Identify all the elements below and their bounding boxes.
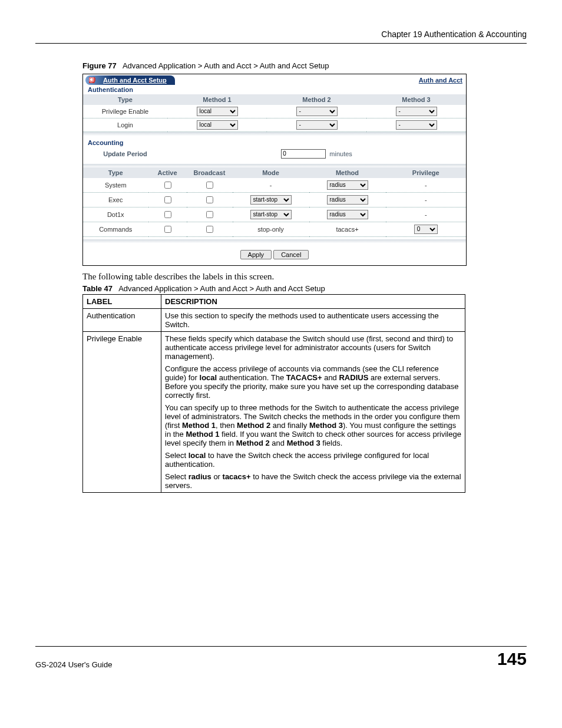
exec-mode-select[interactable]: start-stop	[250, 195, 292, 205]
commands-active-checkbox[interactable]	[164, 226, 171, 233]
desc-header-label: LABEL	[83, 294, 161, 308]
system-broadcast-checkbox[interactable]	[206, 182, 213, 189]
accounting-section-label: Accounting	[83, 136, 466, 147]
apply-button[interactable]: Apply	[240, 250, 272, 259]
auth-and-acct-link[interactable]: Auth and Acct	[419, 77, 462, 84]
dot1x-mode-select[interactable]: start-stop	[250, 210, 292, 219]
desc-row-authentication: Authentication Use this section to speci…	[83, 308, 465, 331]
acct-row-label: Exec	[83, 192, 148, 207]
title-bar: Auth and Acct Setup Auth and Acct	[83, 74, 466, 85]
accounting-table: Type Active Broadcast Mode Method Privil…	[83, 167, 466, 237]
authentication-section-label: Authentication	[83, 85, 466, 94]
table-caption: Table 47 Advanced Application > Auth and…	[82, 284, 527, 293]
commands-privilege-select[interactable]: 0	[414, 225, 438, 234]
acct-header-active: Active	[148, 167, 187, 178]
commands-mode-text: stop-only	[233, 222, 309, 236]
description-table: LABEL DESCRIPTION Authentication Use thi…	[82, 294, 465, 493]
page-footer: GS-2024 User's Guide 145	[35, 646, 527, 669]
acct-row-dot1x: Dot1x start-stop radius -	[83, 207, 466, 222]
table-number: Table 47	[82, 284, 113, 293]
desc-text: These fields specify which database the …	[161, 331, 465, 492]
login-method1-select[interactable]: local	[197, 120, 238, 130]
auth-header-row: Type Method 1 Method 2 Method 3	[83, 94, 466, 105]
auth-header-method2: Method 2	[267, 94, 366, 105]
privilege-enable-method1-select[interactable]: local	[197, 107, 238, 116]
update-period-table: Update Period minutes	[83, 147, 466, 160]
privilege-enable-method3-select[interactable]: -	[396, 107, 437, 116]
acct-header-method: Method	[309, 167, 386, 178]
update-period-row: Update Period minutes	[83, 147, 466, 160]
chapter-header: Chapter 19 Authentication & Accounting	[35, 29, 527, 39]
auth-header-type: Type	[83, 94, 167, 105]
desc-text: Use this section to specify the methods …	[161, 308, 465, 331]
system-privilege-text: -	[386, 178, 467, 193]
table-text: Advanced Application > Auth and Acct > A…	[118, 284, 325, 293]
figure-number: Figure 77	[82, 61, 117, 70]
acct-row-label: System	[83, 178, 148, 193]
exec-privilege-text: -	[386, 192, 467, 207]
desc-label: Authentication	[83, 308, 161, 331]
exec-method-select[interactable]: radius	[327, 195, 368, 205]
auth-header-method1: Method 1	[167, 94, 267, 105]
system-mode-text: -	[233, 178, 309, 193]
commands-broadcast-checkbox[interactable]	[206, 226, 213, 233]
header-rule	[35, 43, 527, 44]
footer-guide: GS-2024 User's Guide	[35, 660, 112, 669]
desc-row-privilege-enable: Privilege Enable These fields specify wh…	[83, 331, 465, 492]
update-period-unit: minutes	[329, 150, 352, 157]
auth-row-label: Login	[83, 118, 167, 131]
acct-header-type: Type	[83, 167, 148, 178]
desc-label: Privilege Enable	[83, 331, 161, 492]
exec-active-checkbox[interactable]	[164, 196, 171, 203]
body-paragraph: The following table describes the labels…	[82, 272, 465, 282]
acct-row-commands: Commands stop-only tacacs+ 0	[83, 222, 466, 236]
acct-row-label: Dot1x	[83, 207, 148, 222]
panel-title-pill: Auth and Acct Setup	[85, 75, 175, 85]
acct-header-row: Type Active Broadcast Mode Method Privil…	[83, 167, 466, 178]
auth-header-method3: Method 3	[366, 94, 466, 105]
figure-text: Advanced Application > Auth and Acct > A…	[123, 61, 329, 70]
commands-method-text: tacacs+	[309, 222, 386, 236]
cancel-button[interactable]: Cancel	[273, 250, 309, 259]
dot1x-privilege-text: -	[386, 207, 467, 222]
acct-row-label: Commands	[83, 222, 148, 236]
screenshot-panel: Auth and Acct Setup Auth and Acct Authen…	[82, 74, 467, 266]
auth-row-privilege-enable: Privilege Enable local - -	[83, 105, 466, 118]
acct-header-mode: Mode	[233, 167, 309, 178]
system-method-select[interactable]: radius	[327, 180, 368, 190]
login-method2-select[interactable]: -	[296, 120, 338, 130]
figure-caption: Figure 77 Advanced Application > Auth an…	[82, 61, 527, 70]
dot1x-active-checkbox[interactable]	[164, 211, 171, 218]
desc-header-row: LABEL DESCRIPTION	[83, 294, 465, 308]
privilege-enable-method2-select[interactable]: -	[296, 107, 338, 116]
update-period-input[interactable]	[281, 149, 326, 159]
login-method3-select[interactable]: -	[396, 120, 437, 130]
acct-row-system: System - radius -	[83, 178, 466, 193]
auth-row-label: Privilege Enable	[83, 105, 167, 118]
update-period-label: Update Period	[83, 147, 167, 160]
dot1x-broadcast-checkbox[interactable]	[206, 211, 213, 218]
desc-header-description: DESCRIPTION	[161, 294, 465, 308]
acct-header-broadcast: Broadcast	[187, 167, 233, 178]
exec-broadcast-checkbox[interactable]	[206, 196, 213, 203]
dot1x-method-select[interactable]: radius	[327, 210, 368, 219]
auth-row-login: Login local - -	[83, 118, 466, 131]
acct-row-exec: Exec start-stop radius -	[83, 192, 466, 207]
system-active-checkbox[interactable]	[164, 182, 171, 189]
acct-header-privilege: Privilege	[386, 167, 467, 178]
footer-page-number: 145	[497, 649, 527, 669]
authentication-table: Type Method 1 Method 2 Method 3 Privileg…	[83, 94, 466, 132]
button-row: Apply Cancel	[83, 243, 466, 265]
